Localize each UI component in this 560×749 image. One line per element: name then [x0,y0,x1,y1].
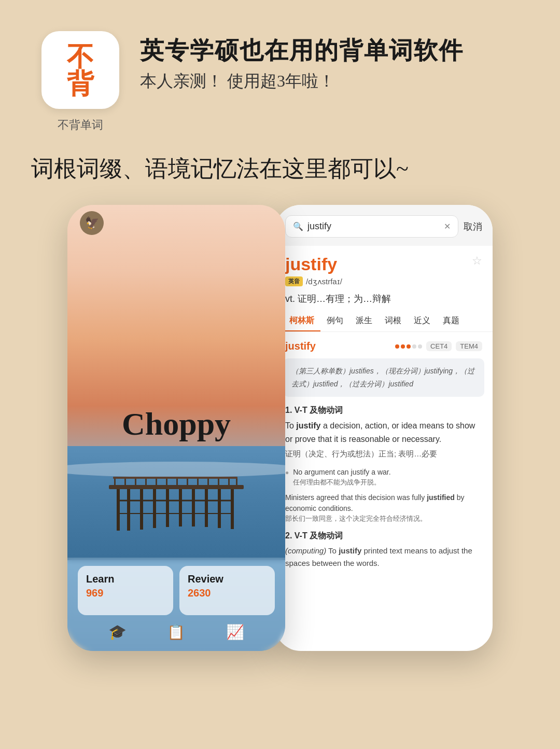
cet4-badge: CET4 [426,341,452,351]
definition-1: 1. V-T 及物动词 To justify a decision, actio… [275,399,493,464]
dot-2 [401,344,405,349]
nav-book-icon[interactable]: 📋 [167,623,185,641]
example-1: ● No argument can justify a war. 任何理由都不能… [275,464,493,489]
app-icon[interactable]: 不 背 [41,31,119,109]
def2-english: (computing) To justify printed text mean… [285,545,482,570]
svg-rect-26 [113,477,237,479]
word-entry-name: justify [285,340,316,352]
nav-learn-icon[interactable]: 🎓 [108,623,127,641]
word-meaning: vt. 证明…有理；为…辩解 [275,290,493,311]
def1-english: To justify a decision, action, or idea m… [285,419,482,446]
search-box[interactable]: 🔍 justify ✕ [285,215,458,238]
example-2-en: Ministers agreed that this decision was … [285,492,482,514]
svg-rect-8 [205,489,208,527]
left-phone: 🦅 Choppy [67,205,285,651]
pos-label: vt. [285,294,295,304]
svg-rect-10 [231,489,234,529]
def1-chinese: 证明（决定、行为或想法）正当; 表明…必要 [285,448,482,460]
svg-rect-6 [179,489,182,526]
dot-5 [418,344,422,349]
svg-rect-4 [153,489,156,528]
svg-rect-5 [166,489,169,527]
choppy-title: Choppy [122,406,231,442]
app-icon-char-bottom: 背 [67,70,94,97]
def1-number: 1. V-T 及物动词 [285,405,482,416]
phone-nav: 🎓 📋 📈 [67,619,285,651]
tab-synonyms[interactable]: 近义 [408,311,437,331]
word-main: justify 英音 /dʒʌstrfaɪ/ [285,254,342,286]
cards-row: Learn 969 Review 2630 [67,558,285,619]
meaning-cn: 证明…有理；为…辩解 [298,294,391,304]
app-main-title: 英专学硕也在用的背单词软件 [140,36,464,65]
review-card[interactable]: Review 2630 [179,566,275,615]
dot-4 [412,344,416,349]
svg-rect-3 [140,489,143,530]
review-value: 2630 [188,587,267,599]
avatar-bird-icon: 🦅 [85,216,99,230]
svg-rect-9 [218,489,221,528]
search-icon: 🔍 [293,221,303,231]
svg-rect-7 [192,489,195,526]
forms-text: （第三人称单数）justifies，（现在分词）justifying，（过去式）… [291,365,476,391]
example-1-content: No argument can justify a war. 任何理由都不能为战… [293,467,390,487]
app-icon-char-top: 不 [67,43,94,70]
avatar: 🦅 [80,211,104,235]
tab-examples[interactable]: 例句 [320,311,349,331]
phonetic-badge: 英音 [285,276,303,286]
example-2-content: Ministers agreed that this decision was … [285,492,482,523]
cancel-button[interactable]: 取消 [464,220,482,233]
learn-value: 969 [86,587,165,599]
word-header: justify 英音 /dʒʌstrfaɪ/ ☆ [275,246,493,290]
review-label: Review [188,573,267,585]
headline-text: 词根词缀、语境记忆法在这里都可以~ [0,148,560,189]
tab-derivatives[interactable]: 派生 [349,311,379,331]
word-entry-header: justify CET4 TEM4 [275,336,493,356]
tab-exam[interactable]: 真题 [437,311,466,331]
dot-3 [407,344,411,349]
def2-number: 2. V-T 及物动词 [285,531,482,542]
svg-rect-1 [117,489,120,531]
app-title-area: 英专学硕也在用的背单词软件 本人亲测！ 使用超3年啦！ [140,31,464,93]
svg-rect-2 [127,489,130,531]
star-icon[interactable]: ☆ [472,254,482,268]
tab-collins[interactable]: 柯林斯 [283,311,320,331]
difficulty-dots [395,344,422,349]
app-name-label: 不背单词 [58,117,103,133]
tab-roots[interactable]: 词根 [379,311,408,331]
app-subtitle: 本人亲测！ 使用超3年啦！ [140,70,464,93]
nav-chart-icon[interactable]: 📈 [226,623,244,641]
pier-svg [67,454,285,558]
search-clear-icon[interactable]: ✕ [444,221,451,231]
def1-bold: justify [296,421,320,430]
right-phone: 🔍 justify ✕ 取消 justify 英音 /dʒʌstrfaɪ/ ☆ [275,205,493,651]
phonetic-row: 英音 /dʒʌstrfaɪ/ [285,276,342,286]
dot-1 [395,344,399,349]
example-bullet-icon: ● [285,469,289,476]
search-bar: 🔍 justify ✕ 取消 [275,205,493,246]
example-1-en: No argument can justify a war. [293,467,390,478]
phonetic-text: /dʒʌstrfaɪ/ [306,277,342,286]
example-2: Ministers agreed that this decision was … [275,489,493,525]
tem4-badge: TEM4 [456,341,482,351]
app-icon-container: 不 背 不背单词 [41,31,119,133]
pier-scene [67,454,285,558]
example-2-cn: 部长们一致同意，这个决定完全符合经济情况。 [285,514,482,523]
phone-bottom: Learn 969 Review 2630 🎓 📋 📈 [67,558,285,651]
word-entry-tags: CET4 TEM4 [395,341,482,351]
definition-2: 2. V-T 及物动词 (computing) To justify print… [275,525,493,574]
top-section: 不 背 不背单词 英专学硕也在用的背单词软件 本人亲测！ 使用超3年啦！ [0,0,560,148]
search-input-text: justify [307,221,331,232]
forms-box: （第三人称单数）justifies，（现在分词）justifying，（过去式）… [283,358,484,397]
word-tabs: 柯林斯 例句 派生 词根 近义 真题 [275,311,493,332]
word-title: justify [285,254,342,274]
learn-card[interactable]: Learn 969 [78,566,173,615]
phones-container: 🦅 Choppy [0,195,560,682]
example-1-cn: 任何理由都不能为战争开脱。 [293,478,390,487]
def1-pre: To [285,421,296,430]
left-phone-top-bar: 🦅 [67,205,285,241]
learn-label: Learn [86,573,165,585]
